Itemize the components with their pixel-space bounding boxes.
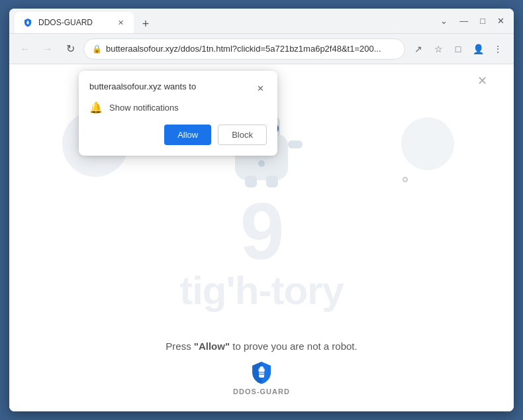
bookmark-button[interactable]: ☆ [429,40,448,58]
decorative-circle-right [401,117,454,170]
maximize-button[interactable]: □ [476,15,489,27]
minimize-button[interactable]: — [455,15,472,27]
decorative-dot-2 [403,177,408,182]
prompt-text: Press "Allow" to prove you are not a rob… [166,341,357,352]
title-bar-actions: ⌄ — □ ✕ [436,15,508,27]
svg-rect-11 [245,176,257,187]
chevron-down-icon[interactable]: ⌄ [436,15,452,27]
extensions-button[interactable]: □ [449,40,467,58]
toolbar-actions: ↗ ☆ □ 👤 ⋮ [409,40,507,58]
notification-popup: butteraalsofour.xyz wants to ✕ 🔔 Show no… [79,71,277,156]
bell-icon: 🔔 [89,101,103,114]
refresh-button[interactable]: ↻ [61,40,79,58]
popup-header: butteraalsofour.xyz wants to ✕ [89,81,267,95]
prompt-bold: "Allow" [194,341,230,352]
forward-button[interactable]: → [38,40,57,58]
popup-buttons: Allow Block [89,125,267,145]
svg-point-14 [258,160,265,167]
url-bar[interactable]: 🔒 butteraalsofour.xyz/ddos/1tn.html?clic… [83,38,405,60]
svg-rect-10 [288,140,303,148]
ddos-guard-logo-icon [249,360,274,385]
allow-button[interactable]: Allow [164,125,211,145]
title-bar: DDOS-GUARD ✕ + ⌄ — □ ✕ [9,9,514,34]
browser-window: DDOS-GUARD ✕ + ⌄ — □ ✕ ← → ↻ 🔒 butteraal… [9,9,514,411]
new-tab-button[interactable]: + [136,15,155,33]
block-button[interactable]: Block [218,125,267,145]
page-content: 9 tig'h-tory [9,64,514,411]
svg-point-1 [27,21,28,22]
notification-label: Show notifications [109,103,179,113]
popup-close-button[interactable]: ✕ [254,81,267,95]
watermark-text-2: tig'h-tory [179,271,344,311]
svg-rect-0 [27,22,29,25]
tab-strip: DDOS-GUARD ✕ + [15,9,432,33]
active-tab[interactable]: DDOS-GUARD ✕ [15,12,134,33]
prompt-prefix: Press [166,341,194,352]
logo-text: DDOS-GUARD [233,388,290,395]
tab-close-button[interactable]: ✕ [115,17,126,28]
tab-favicon [23,17,33,28]
svg-rect-12 [266,176,278,187]
menu-button[interactable]: ⋮ [489,40,507,58]
url-text: butteraalsofour.xyz/ddos/1tn.html?clicki… [106,44,397,54]
back-button[interactable]: ← [16,40,34,58]
prompt-suffix: to prove you are not a robot. [230,341,357,352]
address-bar: ← → ↻ 🔒 butteraalsofour.xyz/ddos/1tn.htm… [9,34,514,64]
share-button[interactable]: ↗ [409,40,428,58]
profile-button[interactable]: 👤 [469,40,487,58]
close-button[interactable]: ✕ [493,15,508,27]
tab-title: DDOS-GUARD [38,18,93,27]
popup-notification-row: 🔔 Show notifications [89,101,267,114]
page-close-icon[interactable]: ✕ [477,74,487,88]
watermark-text: 9 [240,191,283,271]
lock-icon: 🔒 [92,44,102,54]
popup-title: butteraalsofour.xyz wants to [89,81,196,91]
bottom-logo: DDOS-GUARD [233,360,290,395]
svg-point-17 [260,366,263,370]
